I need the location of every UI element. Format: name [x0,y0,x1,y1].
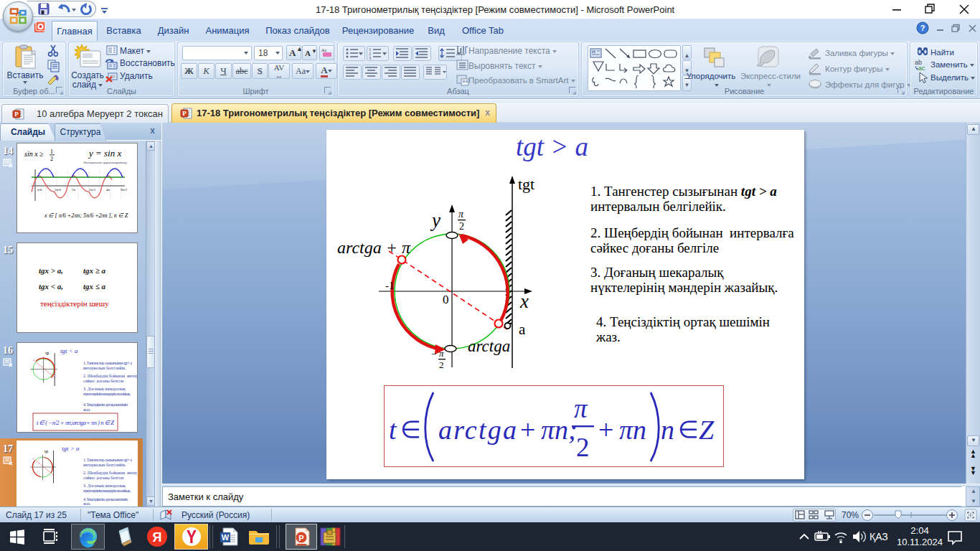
svg-text:x: x [519,291,529,312]
svg-text:Функциясын қарастырайық;: Функциясын қарастырайық; [83,161,128,164]
svg-text:2: 2 [459,221,464,232]
svg-text:P: P [182,110,187,117]
svg-text:1. Тангенстер сызығынан tgt< а: 1. Тангенстер сызығынан tgt< а [83,361,132,365]
svg-text:2: 2 [439,359,444,370]
svg-text:интервалын белгілейік.: интервалын белгілейік. [83,366,126,370]
svg-text:arctga: arctga [438,415,517,445]
svg-text:∈: ∈ [400,417,421,443]
svg-text:π/6: π/6 [37,188,42,192]
svg-text:интервалын белгілейік.: интервалын белгілейік. [83,463,126,467]
svg-text:tgt > a: tgt > a [62,445,80,452]
svg-text:sin x ≥: sin x ≥ [24,150,44,158]
svg-text:2π: 2π [72,188,76,192]
svg-text:P: P [298,534,303,542]
svg-text:πn: πn [619,415,646,445]
svg-text:2: 2 [576,433,590,462]
svg-text:сәйкес доғаны белгіле: сәйкес доғаны белгіле [83,476,124,480]
svg-text:2. Шеңбердің бойынан интервал: 2. Шеңбердің бойынан интервалға [83,471,137,475]
svg-text:πn;: πn; [541,415,578,445]
svg-text:tgx ≥ a: tgx ≥ a [83,266,106,275]
svg-text:n: n [661,415,674,445]
svg-text:Z: Z [699,415,715,445]
svg-text:3. Доғаның шекаралық: 3. Доғаның шекаралық [83,387,126,391]
svg-text:5π/6: 5π/6 [55,188,61,192]
svg-text:9π/2: 9π/2 [121,188,127,192]
svg-text:-1: -1 [385,280,395,291]
svg-text:x ∈ [ π/6 +2πn; 5π/6 +2πn ], n: x ∈ [ π/6 +2πn; 5π/6 +2πn ], n ∈ Z [44,212,128,219]
svg-text:P: P [14,110,19,118]
svg-text:1. Тангенстер сызығынан tgt> а: 1. Тангенстер сызығынан tgt> а [83,458,132,462]
svg-text:t ∈ ( −π/2 + πn;arctga+ πn ) n: t ∈ ( −π/2 + πn;arctga+ πn ) n ∈ Z [37,419,114,426]
svg-text:нүктелерінің мәндерін жазайық.: нүктелерінің мәндерін жазайық. [83,392,131,396]
svg-text:4. Теңсіздіктің ортақ шешімін: 4. Теңсіздіктің ортақ шешімін [83,402,128,407]
svg-text:tgt: tgt [45,352,50,355]
svg-text:−: − [431,349,436,359]
svg-text:y: y [430,209,440,231]
svg-text:tgt: tgt [518,175,534,193]
svg-text:π: π [574,394,588,423]
svg-text:2: 2 [50,156,53,162]
svg-text:сәйкес доғаны белгіле: сәйкес доғаны белгіле [83,379,124,383]
svg-text:2. Шеңбердің бойынан интервал: 2. Шеңбердің бойынан интервалға [83,374,137,378]
svg-text:ac: ac [918,65,925,71]
svg-text:∈: ∈ [678,417,699,443]
svg-text:π: π [439,348,444,359]
svg-text:a: a [519,321,526,338]
svg-text:tgt < a: tgt < a [60,347,78,354]
svg-text:жаз.: жаз. [83,408,91,412]
svg-text:arctga: arctga [468,337,510,355]
svg-text:tgt: tgt [44,450,49,453]
svg-text:теңсіздіктерін шешу: теңсіздіктерін шешу [40,299,109,308]
svg-text:0: 0 [443,293,449,306]
svg-text:tgx < a,: tgx < a, [39,282,63,291]
svg-text:t: t [389,415,397,445]
svg-text:+: + [598,415,613,445]
svg-text:?: ? [920,24,925,32]
svg-text:W: W [222,533,230,542]
svg-text:tgx ≤ a: tgx ≤ a [83,282,106,291]
svg-text:4π: 4π [106,188,110,192]
svg-text:tgx > a,: tgx > a, [39,266,63,275]
svg-text:нүктелерінің мәндерін жазайық.: нүктелерінің мәндерін жазайық. [83,489,131,493]
svg-text:+: + [520,415,535,445]
svg-text:1: 1 [50,149,53,155]
svg-text:3. Доғаның шекаралық: 3. Доғаның шекаралық [83,484,126,488]
svg-text:Я: Я [153,530,162,545]
svg-text:π: π [458,209,464,220]
svg-text:5π/2: 5π/2 [89,188,95,192]
svg-text:y = sin x: y = sin x [88,148,121,159]
svg-text:жаз.: жаз. [83,501,91,506]
